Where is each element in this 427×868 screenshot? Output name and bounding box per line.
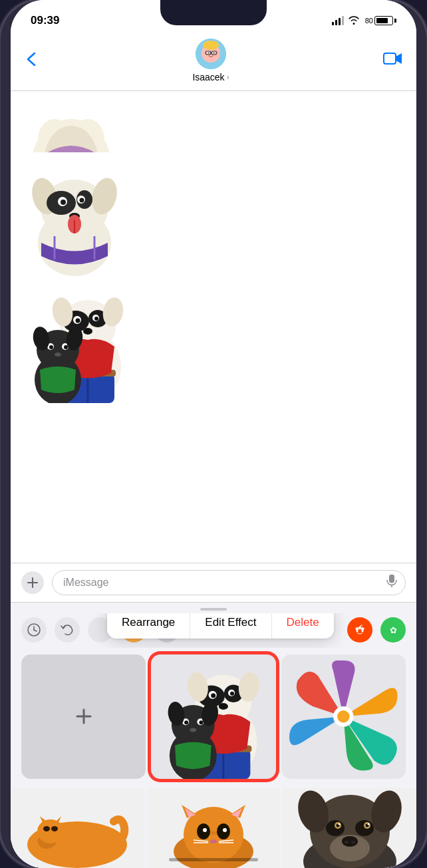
svg-point-125 xyxy=(345,841,349,843)
status-time: 09:39 xyxy=(31,14,59,27)
svg-point-126 xyxy=(351,841,355,843)
svg-point-48 xyxy=(49,345,53,349)
messages-area xyxy=(11,91,416,563)
avatar xyxy=(196,39,226,69)
svg-point-5 xyxy=(208,53,210,54)
message-input[interactable]: iMessage xyxy=(52,570,406,595)
svg-point-98 xyxy=(43,826,50,831)
svg-line-60 xyxy=(34,630,37,631)
svg-rect-56 xyxy=(389,574,394,583)
signal-icon xyxy=(332,16,344,25)
green-app-icon[interactable]: ✿ xyxy=(380,617,406,643)
add-sticker-button[interactable] xyxy=(21,654,146,779)
svg-point-25 xyxy=(61,200,66,205)
back-button[interactable] xyxy=(24,48,39,74)
svg-point-27 xyxy=(80,198,84,203)
toolbar-icons-row: Rearrange Edit Effect Delete xyxy=(11,613,416,648)
wifi-icon xyxy=(348,15,360,27)
sticker-grid-area xyxy=(11,648,416,786)
svg-point-61 xyxy=(353,623,366,637)
reddit-app-icon[interactable] xyxy=(347,617,372,643)
message-1 xyxy=(21,99,406,152)
context-menu: Rearrange Edit Effect Delete xyxy=(107,613,334,639)
status-icons: 80 xyxy=(332,15,396,27)
svg-point-91 xyxy=(190,728,197,732)
contact-name: Isaacek › xyxy=(192,72,229,82)
input-area: iMessage xyxy=(11,563,416,602)
message-2 xyxy=(21,163,406,269)
svg-point-51 xyxy=(55,353,61,357)
contact-header[interactable]: Isaacek › xyxy=(192,39,229,82)
battery-level: 80 xyxy=(365,17,373,25)
svg-point-97 xyxy=(37,819,64,843)
microphone-icon[interactable] xyxy=(386,574,397,591)
phone-screen: 09:39 xyxy=(11,0,416,868)
svg-rect-10 xyxy=(384,53,396,64)
svg-point-95 xyxy=(337,710,349,722)
notch xyxy=(160,0,267,25)
input-placeholder: iMessage xyxy=(63,577,108,589)
svg-point-99 xyxy=(51,826,58,831)
dark-dog-cell[interactable] xyxy=(283,788,416,868)
svg-point-88 xyxy=(184,720,188,724)
delete-button[interactable]: Delete xyxy=(272,613,334,639)
nav-header: Isaacek › xyxy=(11,36,416,91)
battery-icon: 80 xyxy=(364,16,396,25)
drag-handle xyxy=(200,608,227,611)
bottom-toolbar: Rearrange Edit Effect Delete xyxy=(11,602,416,868)
svg-point-104 xyxy=(203,828,207,832)
svg-point-39 xyxy=(83,328,92,335)
video-call-button[interactable] xyxy=(383,51,403,70)
svg-point-124 xyxy=(342,836,358,847)
svg-point-38 xyxy=(94,317,98,321)
svg-point-76 xyxy=(211,693,215,698)
svg-point-123 xyxy=(367,823,369,825)
sticker-partial xyxy=(21,99,121,152)
home-indicator xyxy=(169,858,258,861)
svg-point-50 xyxy=(64,345,68,349)
cat-looking-cell[interactable] xyxy=(147,788,281,868)
svg-point-6 xyxy=(214,53,215,54)
undo-button[interactable] xyxy=(55,617,80,643)
phone-frame: 09:39 xyxy=(0,0,427,868)
sticker-grid xyxy=(21,654,406,779)
cat-lying-cell[interactable] xyxy=(11,788,144,868)
sticker-pinwheel[interactable] xyxy=(281,654,406,779)
selected-sticker[interactable] xyxy=(151,654,275,779)
sticker-two-dogs xyxy=(21,280,134,400)
svg-point-122 xyxy=(338,823,340,825)
svg-point-65 xyxy=(361,627,364,631)
rearrange-button[interactable]: Rearrange xyxy=(107,613,190,639)
svg-point-117 xyxy=(355,820,374,836)
svg-point-66 xyxy=(356,627,359,631)
chevron-right-icon: › xyxy=(227,72,229,82)
bottom-animals-row xyxy=(11,786,416,868)
edit-effect-button[interactable]: Edit Effect xyxy=(190,613,271,639)
svg-text:✿: ✿ xyxy=(390,625,397,635)
svg-point-116 xyxy=(326,820,345,836)
svg-point-105 xyxy=(223,828,227,832)
svg-point-36 xyxy=(76,319,80,323)
svg-point-78 xyxy=(230,691,234,695)
svg-point-106 xyxy=(210,839,217,843)
clock-button[interactable] xyxy=(21,617,47,643)
svg-point-79 xyxy=(219,703,228,710)
message-3 xyxy=(21,280,406,400)
sticker-white-dog xyxy=(21,163,128,269)
svg-point-90 xyxy=(200,720,204,724)
add-attachment-button[interactable] xyxy=(21,571,44,594)
